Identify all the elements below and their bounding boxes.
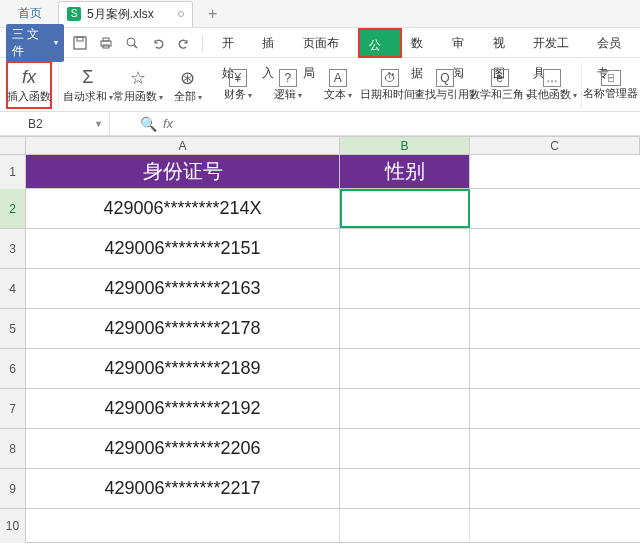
cell-c3[interactable] <box>470 229 640 268</box>
more-functions-button[interactable]: … 其他函数▾ <box>529 61 575 109</box>
spreadsheet-grid[interactable]: A B C 1 身份证号 性别 2 429006********214X 3 4… <box>0 136 640 543</box>
question-box-icon: ? <box>279 69 297 87</box>
row-header-4[interactable]: 4 <box>0 269 26 308</box>
cell-c8[interactable] <box>470 429 640 468</box>
cell-c2[interactable] <box>470 189 640 228</box>
sigma-icon: Σ <box>82 67 93 89</box>
cell-b10[interactable] <box>340 509 470 542</box>
financial-button[interactable]: ¥ 财务▾ <box>215 61 261 109</box>
name-manager-icon: ⌸ <box>601 70 621 86</box>
cell-a4[interactable]: 429006********2163 <box>26 269 340 308</box>
cell-b1[interactable]: 性别 <box>340 155 470 188</box>
cell-a8[interactable]: 429006********2206 <box>26 429 340 468</box>
row-header-9[interactable]: 9 <box>0 469 26 508</box>
quick-access-toolbar <box>72 35 192 51</box>
cell-b2[interactable] <box>340 189 470 228</box>
cell-a9[interactable]: 429006********2217 <box>26 469 340 508</box>
print-preview-icon[interactable] <box>124 35 140 51</box>
tab-devtools[interactable]: 开发工具 <box>524 28 587 58</box>
home-tab[interactable]: 首页 <box>8 5 52 22</box>
cell-a5[interactable]: 429006********2178 <box>26 309 340 348</box>
cell-c5[interactable] <box>470 309 640 348</box>
svg-point-5 <box>127 38 135 46</box>
insert-function-button[interactable]: fx 插入函数 <box>6 61 52 109</box>
document-name: 5月案例.xlsx <box>87 6 154 23</box>
cell-c4[interactable] <box>470 269 640 308</box>
printer-icon[interactable] <box>98 35 114 51</box>
chevron-down-icon[interactable]: ▼ <box>94 119 103 129</box>
row-header-6[interactable]: 6 <box>0 349 26 388</box>
cell-c6[interactable] <box>470 349 640 388</box>
all-functions-button[interactable]: ⊛ 全部▾ <box>165 61 211 109</box>
row-header-3[interactable]: 3 <box>0 229 26 268</box>
file-menu[interactable]: 三 文件▾ <box>6 24 64 62</box>
tab-review[interactable]: 审阅 <box>443 28 484 58</box>
math-trig-button[interactable]: e 数学和三角▾ <box>474 61 525 109</box>
svg-line-6 <box>134 45 137 48</box>
undo-icon[interactable] <box>150 35 166 51</box>
name-manager-button[interactable]: ⌸ 名称管理器 <box>588 61 634 109</box>
cell-a1[interactable]: 身份证号 <box>26 155 340 188</box>
cell-b4[interactable] <box>340 269 470 308</box>
select-all-corner[interactable] <box>0 137 26 154</box>
cell-a2[interactable]: 429006********214X <box>26 189 340 228</box>
row-header-8[interactable]: 8 <box>0 429 26 468</box>
tab-layout[interactable]: 页面布局 <box>294 28 357 58</box>
tab-data[interactable]: 数据 <box>402 28 443 58</box>
row-header-5[interactable]: 5 <box>0 309 26 348</box>
new-tab-button[interactable]: + <box>201 5 225 23</box>
cell-c1[interactable] <box>470 155 640 188</box>
common-functions-button[interactable]: ☆ 常用函数▾ <box>115 61 161 109</box>
cell-b3[interactable] <box>340 229 470 268</box>
cell-a3[interactable]: 429006********2151 <box>26 229 340 268</box>
spreadsheet-icon: S <box>67 7 81 21</box>
row-header-2[interactable]: 2 <box>0 189 26 228</box>
text-button[interactable]: A 文本▾ <box>315 61 361 109</box>
autosum-button[interactable]: Σ 自动求和▾ <box>65 61 111 109</box>
redo-icon[interactable] <box>176 35 192 51</box>
row-header-1[interactable]: 1 <box>0 155 26 189</box>
table-row: 9 429006********2217 <box>0 469 640 509</box>
col-header-c[interactable]: C <box>470 137 640 154</box>
svg-rect-3 <box>103 38 109 41</box>
tab-formula[interactable]: 公式 <box>358 28 403 58</box>
fx-icon[interactable]: fx <box>163 116 173 131</box>
col-header-b[interactable]: B <box>340 137 470 154</box>
cell-a6[interactable]: 429006********2189 <box>26 349 340 388</box>
cell-b9[interactable] <box>340 469 470 508</box>
table-row: 6 429006********2189 <box>0 349 640 389</box>
lookup-icon: Q <box>436 69 454 87</box>
cell-b5[interactable] <box>340 309 470 348</box>
save-icon[interactable] <box>72 35 88 51</box>
menu-bar: 三 文件▾ 开始 插入 页面布局 公式 数据 审阅 视图 开发工具 会员专 <box>0 28 640 58</box>
table-row: 7 429006********2192 <box>0 389 640 429</box>
row-header-10[interactable]: 10 <box>0 509 26 543</box>
cell-c9[interactable] <box>470 469 640 508</box>
col-header-a[interactable]: A <box>26 137 340 154</box>
table-row: 4 429006********2163 <box>0 269 640 309</box>
name-box[interactable]: B2 ▼ <box>0 113 110 135</box>
table-row: 1 身份证号 性别 <box>0 155 640 189</box>
chevron-down-icon: ▾ <box>54 38 58 47</box>
cell-a7[interactable]: 429006********2192 <box>26 389 340 428</box>
lookup-button[interactable]: Q 查找与引用▾ <box>419 61 470 109</box>
cell-b7[interactable] <box>340 389 470 428</box>
ribbon: fx 插入函数 Σ 自动求和▾ ☆ 常用函数▾ ⊛ 全部▾ ¥ 财务▾ ? 逻辑… <box>0 58 640 112</box>
tab-insert[interactable]: 插入 <box>253 28 294 58</box>
tab-member[interactable]: 会员专 <box>588 28 640 58</box>
row-header-7[interactable]: 7 <box>0 389 26 428</box>
tab-start[interactable]: 开始 <box>213 28 254 58</box>
datetime-button[interactable]: ⏱ 日期和时间▾ <box>365 61 416 109</box>
cell-c7[interactable] <box>470 389 640 428</box>
document-tab[interactable]: S 5月案例.xlsx <box>58 1 193 27</box>
a-box-icon: A <box>329 69 347 87</box>
cell-a10[interactable] <box>26 509 340 542</box>
math-icon: e <box>491 69 509 87</box>
cell-b8[interactable] <box>340 429 470 468</box>
more-icon: … <box>543 69 561 87</box>
cell-c10[interactable] <box>470 509 640 542</box>
logical-button[interactable]: ? 逻辑▾ <box>265 61 311 109</box>
search-icon[interactable]: 🔍 <box>140 116 157 132</box>
tab-view[interactable]: 视图 <box>484 28 525 58</box>
cell-b6[interactable] <box>340 349 470 388</box>
